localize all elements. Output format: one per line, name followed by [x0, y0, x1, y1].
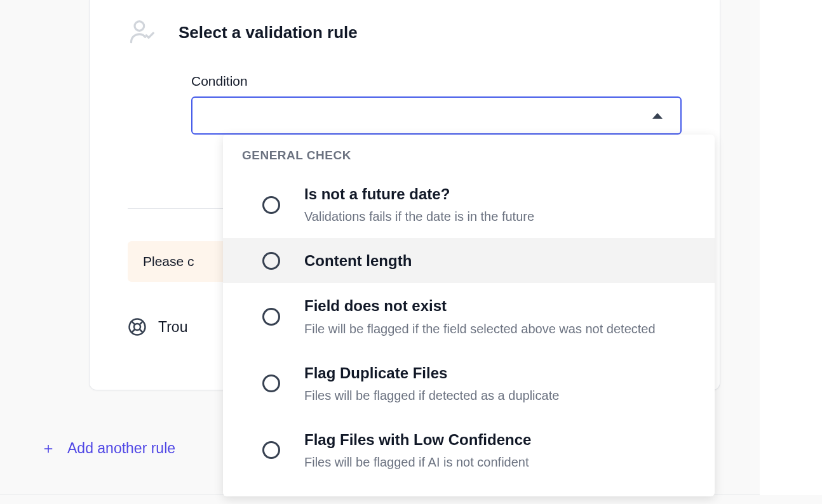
add-another-rule-button[interactable]: ＋ Add another rule [41, 438, 175, 458]
troubleshoot-row[interactable]: Trou [128, 317, 187, 336]
dropdown-item-text: Content length [304, 251, 412, 270]
dropdown-item-text: Flag Files with Low Confidence Files wil… [304, 430, 531, 471]
alert-text: Please c [143, 254, 194, 269]
plus-icon: ＋ [41, 438, 56, 458]
troubleshoot-label: Trou [158, 319, 187, 336]
dropdown-item-low-confidence[interactable]: Flag Files with Low Confidence Files wil… [223, 417, 715, 484]
dropdown-item-future-date[interactable]: Is not a future date? Validations fails … [223, 171, 715, 238]
radio-icon [262, 441, 280, 459]
dropdown-item-duplicate-files[interactable]: Flag Duplicate Files Files will be flagg… [223, 350, 715, 417]
dropdown-item-content-length[interactable]: Content length [223, 238, 715, 283]
dropdown-group-label: GENERAL CHECK [223, 140, 715, 171]
dropdown-item-field-not-exist[interactable]: Field does not exist File will be flagge… [223, 283, 715, 350]
add-rule-label: Add another rule [67, 440, 175, 457]
life-ring-icon [128, 317, 147, 336]
svg-point-0 [135, 22, 144, 31]
dropdown-item-desc: Files will be flagged if detected as a d… [304, 387, 559, 404]
dropdown-item-text: Flag Duplicate Files Files will be flagg… [304, 363, 559, 404]
card-title: Select a validation rule [179, 23, 358, 43]
dropdown-item-text: Is not a future date? Validations fails … [304, 184, 534, 225]
dropdown-item-desc: File will be flagged if the field select… [304, 320, 656, 338]
user-check-icon [128, 19, 156, 47]
radio-icon [262, 252, 280, 270]
dropdown-item-title: Flag Files with Low Confidence [304, 430, 531, 449]
dropdown-item-desc: Files will be flagged if AI is not confi… [304, 453, 531, 471]
condition-label: Condition [191, 74, 682, 89]
dropdown-item-title: Flag Duplicate Files [304, 363, 559, 383]
condition-select[interactable] [191, 96, 682, 135]
condition-section: Condition [191, 74, 682, 135]
caret-up-icon [652, 113, 663, 119]
radio-icon [262, 308, 280, 326]
dropdown-item-title: Is not a future date? [304, 184, 534, 204]
right-panel-edge [760, 0, 822, 495]
card-header: Select a validation rule [128, 19, 682, 47]
radio-icon [262, 375, 280, 392]
radio-icon [262, 196, 280, 214]
dropdown-item-desc: Validations fails if the date is in the … [304, 208, 534, 225]
dropdown-item-text: Field does not exist File will be flagge… [304, 296, 656, 337]
condition-dropdown: GENERAL CHECK Is not a future date? Vali… [223, 135, 715, 496]
dropdown-item-title: Field does not exist [304, 296, 656, 315]
dropdown-item-title: Content length [304, 251, 412, 270]
